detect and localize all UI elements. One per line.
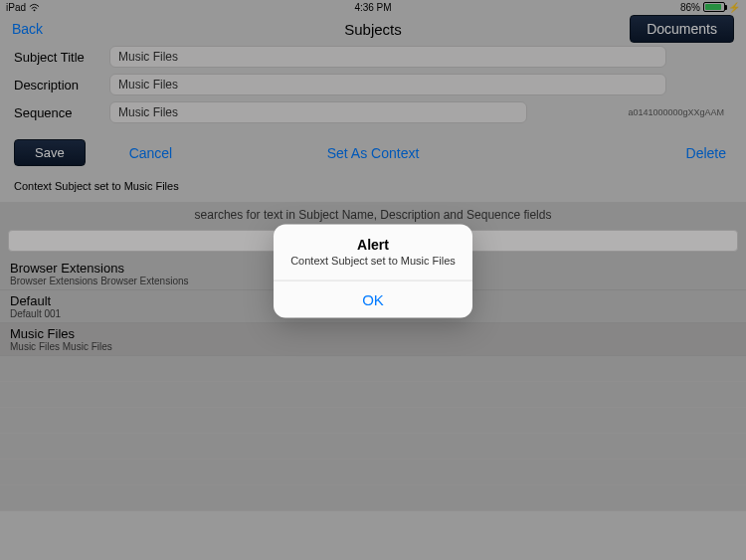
- list-item-title: Music Files: [10, 326, 736, 341]
- list-empty-row: [0, 382, 746, 408]
- alert-ok-button[interactable]: OK: [274, 280, 472, 317]
- list-empty-row: [0, 356, 746, 382]
- battery-icon: [703, 2, 725, 12]
- list-empty-row: [0, 434, 746, 460]
- delete-button[interactable]: Delete: [686, 145, 732, 161]
- save-button[interactable]: Save: [14, 139, 86, 166]
- sequence-input[interactable]: Music Files: [109, 101, 527, 123]
- charging-icon: ⚡: [728, 2, 740, 13]
- description-input[interactable]: Music Files: [109, 74, 666, 95]
- alert-dialog: Alert Context Subject set to Music Files…: [274, 224, 472, 317]
- subject-title-label: Subject Title: [14, 50, 109, 65]
- svg-point-0: [34, 9, 36, 11]
- status-bar: iPad 4:36 PM 86% ⚡: [0, 0, 746, 14]
- documents-button[interactable]: Documents: [630, 15, 734, 43]
- battery-percentage: 86%: [680, 2, 700, 13]
- clock: 4:36 PM: [354, 2, 391, 13]
- list-empty-row: [0, 460, 746, 485]
- wifi-icon: [29, 3, 40, 12]
- list-empty-row: [0, 485, 746, 511]
- page-title: Subjects: [344, 21, 402, 38]
- alert-title: Alert: [274, 224, 472, 254]
- subject-title-input[interactable]: Music Files: [109, 46, 666, 68]
- back-button[interactable]: Back: [12, 21, 43, 37]
- cancel-button[interactable]: Cancel: [129, 145, 173, 161]
- sequence-id: a0141000000gXXgAAM: [628, 107, 732, 117]
- nav-bar: Back Subjects Documents: [0, 14, 746, 44]
- list-item-sub: Music Files Music Files: [10, 341, 736, 352]
- alert-message: Context Subject set to Music Files: [274, 254, 472, 280]
- list-item[interactable]: Music Files Music Files Music Files: [0, 323, 746, 356]
- device-label: iPad: [6, 2, 26, 13]
- description-label: Description: [14, 78, 109, 93]
- sequence-label: Sequence: [14, 105, 109, 120]
- set-as-context-button[interactable]: Set As Context: [327, 145, 420, 161]
- context-status: Context Subject set to Music Files: [0, 176, 746, 202]
- list-empty-row: [0, 408, 746, 434]
